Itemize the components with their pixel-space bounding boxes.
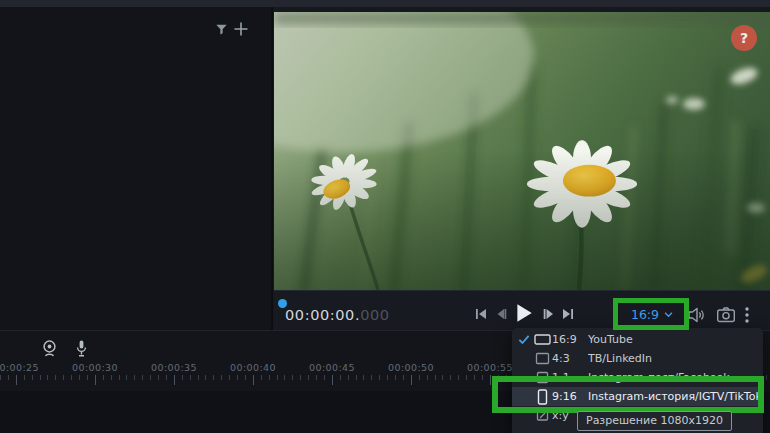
filter-icon[interactable] bbox=[212, 20, 230, 38]
menu-item-label: YouTube bbox=[588, 333, 763, 346]
phone-portrait-icon bbox=[532, 389, 552, 405]
square-ratio-icon bbox=[532, 371, 552, 384]
ruler-label: 00:00:40 bbox=[230, 362, 276, 373]
menu-item-9-16-instagram-story[interactable]: 9:16 Instagram-история/IGTV/TikTok bbox=[512, 387, 763, 406]
timecode-ms: 000 bbox=[360, 307, 389, 323]
timecode: 00:00:00.000 bbox=[285, 307, 390, 323]
resolution-tooltip: Разрешение 1080x1920 bbox=[577, 411, 732, 431]
playback-controls: 00:00:00.000 16:9 bbox=[274, 290, 770, 331]
ruler-major-tick bbox=[174, 375, 175, 385]
play-button[interactable] bbox=[513, 302, 535, 324]
aspect-ratio-label: 16:9 bbox=[631, 307, 659, 322]
ruler-major-tick bbox=[332, 375, 333, 385]
ruler-major-tick bbox=[16, 375, 17, 385]
aspect-ratio-button[interactable]: 16:9 bbox=[623, 304, 681, 325]
kebab-menu-icon bbox=[742, 305, 752, 325]
ruler-label: 00:00:55 bbox=[467, 362, 513, 373]
tv-ratio-icon bbox=[532, 352, 552, 365]
camera-icon bbox=[716, 306, 736, 324]
widescreen-icon bbox=[532, 333, 552, 346]
volume-button[interactable] bbox=[686, 305, 706, 325]
snapshot-button[interactable] bbox=[716, 306, 736, 326]
next-frame-button[interactable] bbox=[541, 306, 557, 322]
custom-ratio-icon bbox=[532, 409, 552, 422]
add-media-icon[interactable] bbox=[232, 20, 250, 38]
help-button[interactable]: ? bbox=[731, 25, 757, 51]
menu-item-ratio: 4:3 bbox=[552, 352, 588, 365]
video-frame-image bbox=[274, 12, 770, 290]
skip-to-start-button[interactable] bbox=[473, 306, 489, 322]
ruler-label: 00:00:35 bbox=[151, 362, 197, 373]
video-editor-window: ? 00:00:00.000 16:9 bbox=[0, 0, 770, 433]
menu-item-label: ТВ/LinkedIn bbox=[588, 352, 763, 365]
ruler-label: 00:00:50 bbox=[388, 362, 434, 373]
microphone-icon[interactable] bbox=[73, 339, 91, 359]
menu-item-ratio: 16:9 bbox=[552, 333, 588, 346]
menu-item-label: Instagram-история/IGTV/TikTok bbox=[588, 390, 763, 403]
previous-frame-button[interactable] bbox=[493, 306, 509, 322]
ruler-major-tick bbox=[411, 375, 412, 385]
menu-item-ratio: 1:1 bbox=[552, 371, 588, 384]
timecode-main: 00:00:00. bbox=[285, 307, 360, 323]
ruler-label: 00:00:25 bbox=[0, 362, 39, 373]
ruler-major-tick bbox=[490, 375, 491, 385]
menu-item-4-3-tv-linkedin[interactable]: 4:3 ТВ/LinkedIn bbox=[512, 349, 763, 368]
preview-panel: ? 00:00:00.000 16:9 bbox=[273, 7, 770, 330]
ruler-major-tick bbox=[253, 375, 254, 385]
skip-to-end-button[interactable] bbox=[560, 306, 576, 322]
chevron-down-icon bbox=[664, 312, 673, 318]
menu-item-ratio: 9:16 bbox=[552, 390, 588, 403]
menu-item-16-9-youtube[interactable]: 16:9 YouTube bbox=[512, 330, 763, 349]
top-strip bbox=[0, 0, 770, 7]
media-panel bbox=[0, 7, 273, 330]
menu-item-1-1-instagram-post[interactable]: 1:1 Instagram-пост/Facebook bbox=[512, 368, 763, 387]
webcam-icon[interactable] bbox=[41, 339, 59, 359]
check-icon bbox=[516, 334, 532, 345]
ruler-major-tick bbox=[95, 375, 96, 385]
ruler-label: 00:00:30 bbox=[72, 362, 118, 373]
more-options-button[interactable] bbox=[742, 305, 752, 325]
video-preview[interactable]: ? bbox=[274, 12, 770, 290]
ruler-label: 00:00:45 bbox=[309, 362, 355, 373]
menu-item-label: Instagram-пост/Facebook bbox=[588, 371, 763, 384]
speaker-icon bbox=[686, 305, 706, 325]
